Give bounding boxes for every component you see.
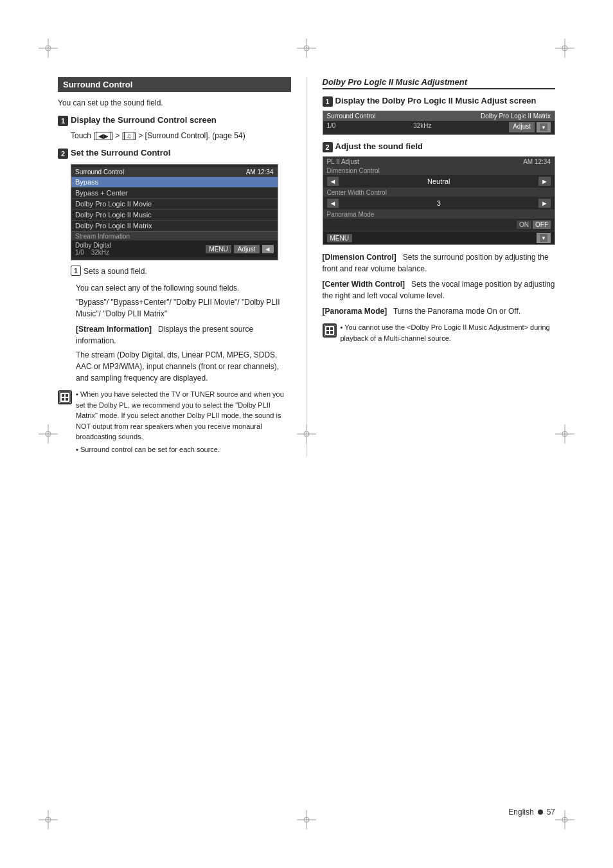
dimension-left-arrow[interactable]: ◄ [327,177,339,186]
svg-rect-38 [330,327,333,330]
stream-info-detail: The stream (Dolby Digital, dts, Linear P… [76,349,291,384]
screen-time: AM 12:34 [246,168,274,176]
right-step1-title-text: Display the Dolby Pro Logic II Music Adj… [335,96,537,105]
small-screen-buttons: Adjust ▼ [509,122,551,132]
right-step1-title: 1 Display the Dolby Pro Logic II Music A… [323,96,556,107]
step1-title-text: Display the Surround Control screen [71,115,217,125]
small-screen-info-row: 1/0 32kHz Adjust ▼ [323,121,555,134]
page-number-area: English 57 [508,808,555,817]
panorama-mode-header: Panorama Mode [323,210,555,219]
screen-bottom: Dolby Digital 1/0 32kHz MENU Adjust ◄ [71,240,278,257]
section-header-surround: Surround Control [58,77,291,92]
panorama-on-button[interactable]: ON [517,221,531,229]
reg-mark-top-center [297,39,316,58]
note-bullet-2: • Surround control can be set for each s… [76,444,291,455]
right-note-content: • You cannot use the <Dolby Pro Logic II… [341,322,556,345]
svg-text:▼: ▼ [541,235,546,241]
language-label: English [508,808,533,817]
svg-rect-31 [66,398,68,401]
dimension-control-row: ◄ Neutral ► [323,175,555,188]
right-step1-badge: 1 [323,96,333,107]
svg-rect-29 [66,394,68,397]
right-section-header: Dolby Pro Logic II Music Adjustment [323,77,556,89]
reg-mark-top-right [555,39,574,58]
plii-screen-mockup: Surround Control Dolby Pro Logic II Matr… [323,111,556,135]
screen-top-bar: Surround Control AM 12:34 [71,167,278,177]
reg-mark-bottom-left [39,810,58,829]
screen-item-bypass-center: Bypass + Center [71,188,278,199]
screen-info-channel: 1/0 32kHz [75,249,111,256]
center-value: 3 [423,199,455,207]
reg-mark-mid-left [39,424,58,444]
center-right-arrow[interactable]: ► [538,199,551,208]
right-note-icon [323,323,337,338]
svg-rect-30 [62,398,64,401]
right-note-bullet: • You cannot use the <Dolby Pro Logic II… [341,322,556,343]
dimension-right-arrow[interactable]: ► [538,177,551,186]
right-step2-title-text: Adjust the sound field [335,141,423,151]
screen-title: Surround Control [75,168,124,176]
panorama-row: ON OFF [323,219,555,231]
page-content: Surround Control You can set up the soun… [58,77,555,791]
screen-item-plii-music: Dolby Pro Logic II Music [71,210,278,221]
svg-rect-40 [330,331,333,334]
back-button[interactable]: ◄ [262,245,274,253]
step2-title-text: Set the Surround Control [71,148,170,158]
adjust-back-button[interactable]: ▼ [537,233,551,243]
right-column: Dolby Pro Logic II Music Adjustment 1 Di… [323,77,556,345]
menu-button[interactable]: MENU [206,245,231,253]
sound-fields: "Bypass"/ "Bypass+Center"/ "Dolby PLII M… [76,296,291,320]
adjust-screen-top: PL II Adjust AM 12:34 [323,157,555,167]
panorama-off-button[interactable]: OFF [533,221,551,229]
note-bullet-1: • When you have selected the TV or TUNER… [76,389,291,442]
adjust-screen-mockup: PL II Adjust AM 12:34 Dimension Control … [323,156,556,245]
screen-item-bypass: Bypass [71,177,278,188]
panorama-on-off: ON OFF [517,221,551,229]
step1-instruction: Touch [◀▶] > [♫] > [Surround Control]. (… [71,130,291,141]
surround-control-screen: Surround Control AM 12:34 Bypass Bypass … [71,164,278,260]
intro-text: You can set up the sound field. [58,97,291,109]
adjust-button[interactable]: Adjust [234,245,260,253]
page-dot [538,809,543,815]
reg-mark-bottom-right [555,810,574,829]
stream-info-label: [Stream Information] Displays the presen… [76,323,291,347]
desc-center-width: [Center Width Control] Sets the vocal im… [323,278,556,302]
svg-rect-37 [326,327,329,330]
small-back-button[interactable]: ▼ [537,122,551,132]
adjust-screen-bottom: MENU ▼ [323,231,555,244]
annotation-1: 1 Sets a sound field. [71,266,291,280]
note-box: • When you have selected the TV or TUNER… [58,389,291,457]
center-width-row: ◄ 3 ► [323,197,555,210]
reg-mark-bottom-center [297,810,316,829]
svg-rect-27 [60,392,70,402]
note-icon [58,390,72,404]
svg-rect-28 [62,394,64,397]
stream-info-label-bar: Stream Information [71,231,278,240]
annotation-badge-1: 1 [71,266,81,276]
center-width-header: Center Width Control [323,188,555,197]
step1-title: 1 Display the Surround Control screen [58,115,291,126]
adjust-menu-button[interactable]: MENU [327,234,352,242]
screen-item-plii-movie: Dolby Pro Logic II Movie [71,199,278,210]
step2-badge: 2 [58,149,68,159]
screen-info-left: Dolby Digital 1/0 32kHz [75,242,111,256]
screen-item-plii-matrix: Dolby Pro Logic II Matrix [71,221,278,231]
screen-list: Bypass Bypass + Center Dolby Pro Logic I… [71,177,278,231]
right-step2-badge: 2 [323,142,333,152]
small-adjust-button[interactable]: Adjust [509,122,535,132]
step2-title: 2 Set the Surround Control [58,148,291,159]
reg-mark-mid-right [555,424,574,444]
right-note-box: • You cannot use the <Dolby Pro Logic II… [323,322,556,345]
svg-rect-36 [324,325,335,336]
reg-mark-top-left [39,39,58,58]
left-column: Surround Control You can set up the soun… [58,77,291,457]
center-left-arrow[interactable]: ◄ [327,199,339,208]
screen-buttons: MENU Adjust ◄ [206,245,273,253]
step1-badge: 1 [58,116,68,126]
sound-field-intro: You can select any of the following soun… [76,282,291,294]
svg-text:▼: ▼ [541,125,546,131]
note-content: • When you have selected the TV or TUNER… [76,389,291,457]
right-step2-title: 2 Adjust the sound field [323,141,556,152]
svg-rect-39 [326,331,329,334]
dimension-control-header: Dimension Control [323,167,555,175]
